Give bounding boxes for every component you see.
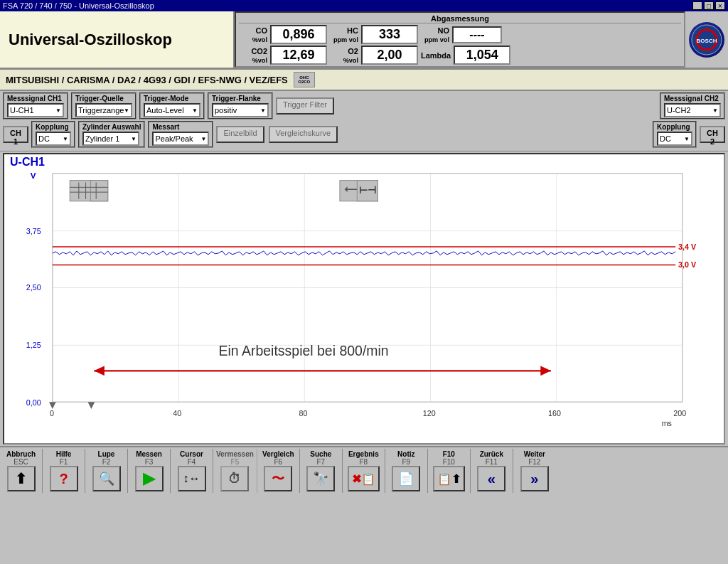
- einzelbild-button[interactable]: Einzelbild: [216, 126, 264, 143]
- zylinder-value: Zylinder 1: [85, 134, 119, 143]
- svg-text:0: 0: [50, 409, 54, 417]
- f10-icon: 📋⬆: [433, 466, 465, 491]
- oscilloscope-display: V 3,75 2,50 1,25 0,00 0 40 80 120 160 20…: [4, 170, 724, 433]
- trigger-flanke-label: Trigger-Flanke: [212, 95, 261, 102]
- vermessen-key: F5: [231, 458, 240, 466]
- controls-row-2: CH 1 Kopplung DC Zylinder Auswahl Zylind…: [3, 121, 725, 148]
- magnify-icon: 🔍: [92, 466, 121, 491]
- vergleich-label: Vergleich: [262, 450, 294, 458]
- window-title: FSA 720 / 740 / 750 - Universal-Oszillos…: [3, 1, 154, 10]
- ch1-button[interactable]: CH 1: [3, 126, 28, 143]
- curve-icon: 〜: [264, 466, 292, 491]
- ergebnis-label: Ergebnis: [348, 450, 379, 458]
- notiz-key: F9: [402, 458, 410, 466]
- lupe-label: Lupe: [98, 450, 115, 458]
- svg-text:0,00: 0,00: [26, 398, 41, 407]
- ch2-button[interactable]: CH 2: [700, 126, 725, 143]
- trigger-flanke-group: Trigger-Flanke positiv: [208, 92, 273, 119]
- toolbar-vermessen[interactable]: Vermessen F5 ⏱: [213, 449, 257, 493]
- messsignal-ch2-group: Messsignal CH2 U-CH2: [660, 92, 725, 119]
- trigger-quelle-group: Trigger-Quelle Triggerzange: [71, 92, 136, 119]
- toolbar-lupe[interactable]: Lupe F2 🔍: [85, 449, 128, 493]
- messart-value: Peak/Peak: [155, 134, 193, 143]
- kopplung-ch1-select[interactable]: DC: [36, 132, 71, 146]
- minimize-button[interactable]: _: [692, 1, 702, 10]
- co-label: CO%vol: [239, 26, 267, 43]
- messsignal-ch2-select[interactable]: U-CH2: [664, 103, 721, 117]
- notiz-icon: 📄: [392, 466, 420, 491]
- toolbar-hilfe[interactable]: Hilfe F1 ?: [43, 449, 85, 493]
- notiz-label: Notiz: [397, 450, 414, 458]
- logo-title: Universal-Oszilloskop: [0, 11, 235, 68]
- title-bar: FSA 720 / 740 / 750 - Universal-Oszillos…: [0, 0, 728, 11]
- toolbar-zuruck[interactable]: Zurück F11 «: [471, 449, 513, 493]
- toolbar-notiz[interactable]: Notiz F9 📄: [385, 449, 428, 493]
- abgas-panel: Abgasmessung CO%vol 0,896 HCppm vol 333 …: [235, 11, 685, 68]
- vergleichskurve-button[interactable]: Vergleichskurve: [269, 126, 338, 143]
- cursor-label: Cursor: [180, 450, 203, 458]
- f10-key: F10: [443, 458, 455, 466]
- kopplung-ch1-group: Kopplung DC: [31, 121, 75, 148]
- messsignal-ch2-label: Messsignal CH2: [664, 95, 719, 102]
- trigger-mode-select[interactable]: Auto-Level: [144, 103, 200, 117]
- vermessen-label: Vermessen: [216, 450, 254, 458]
- kopplung-ch2-group: Kopplung DC: [653, 121, 697, 148]
- svg-text:3,75: 3,75: [26, 227, 41, 235]
- toolbar-vergleich[interactable]: Vergleich F6 〜: [257, 449, 300, 493]
- toolbar-suche[interactable]: Suche F7 🔭: [300, 449, 343, 493]
- zuruck-key: F11: [486, 458, 498, 466]
- f10-label: F10: [443, 450, 455, 458]
- messen-key: F3: [145, 458, 154, 466]
- abgas-section: Universal-Oszilloskop Abgasmessung CO%vo…: [0, 11, 728, 68]
- abbruch-key: ESC: [14, 458, 28, 466]
- esc-icon: ⬆: [7, 466, 36, 491]
- svg-text:BOSCH: BOSCH: [697, 38, 717, 44]
- abbruch-label: Abbruch: [6, 450, 36, 458]
- weiter-label: Weiter: [524, 450, 545, 458]
- messsignal-ch1-label: Messsignal CH1: [7, 95, 62, 102]
- trigger-quelle-select[interactable]: Triggerzange: [75, 103, 132, 117]
- toolbar-ergebnis[interactable]: Ergebnis F8 ✖📋: [343, 449, 385, 493]
- cursor-key: F4: [188, 458, 196, 466]
- abgas-row-2: CO2%vol 12,69 O2%vol 2,00 Lambda 1,054: [239, 46, 681, 65]
- svg-text:40: 40: [173, 409, 181, 417]
- trigger-mode-value: Auto-Level: [146, 106, 184, 115]
- svg-text:3,4 V: 3,4 V: [678, 243, 697, 251]
- trigger-mode-group: Trigger-Mode Auto-Level: [139, 92, 205, 119]
- ergebnis-icon: ✖📋: [348, 466, 380, 491]
- kopplung-ch2-select[interactable]: DC: [657, 132, 692, 146]
- hc-label: HCppm vol: [330, 26, 358, 43]
- back-icon: «: [477, 466, 505, 491]
- messsignal-ch1-group: Messsignal CH1 U-CH1: [3, 92, 68, 119]
- toolbar-messen[interactable]: Messen F3 ▶: [128, 449, 171, 493]
- ergebnis-key: F8: [359, 458, 368, 466]
- o2-label: O2%vol: [330, 47, 358, 64]
- messsignal-ch1-select[interactable]: U-CH1: [7, 103, 64, 117]
- svg-text:V: V: [31, 171, 36, 180]
- toolbar-abbruch[interactable]: Abbruch ESC ⬆: [0, 449, 43, 493]
- zylinder-select[interactable]: Zylinder 1: [82, 132, 139, 146]
- kopplung-ch2-value: DC: [660, 134, 671, 143]
- trigger-filter-button[interactable]: Trigger Filter: [276, 97, 334, 115]
- close-button[interactable]: ×: [715, 1, 725, 10]
- no-value: ----: [452, 26, 502, 43]
- hilfe-label: Hilfe: [56, 450, 72, 458]
- controls-bar: Messsignal CH1 U-CH1 Trigger-Quelle Trig…: [0, 91, 728, 151]
- zuruck-label: Zurück: [480, 450, 503, 458]
- toolbar-weiter[interactable]: Weiter F12 »: [513, 449, 556, 493]
- binoculars-icon: 🔭: [306, 466, 335, 491]
- trigger-flanke-select[interactable]: positiv: [212, 103, 269, 117]
- obd-icon: OHC O2CO: [294, 72, 315, 87]
- messart-select[interactable]: Peak/Peak: [152, 132, 209, 146]
- zylinder-group: Zylinder Auswahl Zylinder 1: [78, 121, 145, 148]
- toolbar-cursor[interactable]: Cursor F4 ↕↔: [171, 449, 213, 493]
- trigger-quelle-label: Trigger-Quelle: [75, 95, 124, 102]
- messen-label: Messen: [136, 450, 162, 458]
- controls-row-1: Messsignal CH1 U-CH1 Trigger-Quelle Trig…: [3, 92, 725, 119]
- abgas-row-1: CO%vol 0,896 HCppm vol 333 NOppm vol ---…: [239, 25, 681, 44]
- maximize-button[interactable]: □: [704, 1, 714, 10]
- app-title: Universal-Oszilloskop: [9, 31, 172, 49]
- forward-icon: »: [520, 466, 549, 491]
- channel-label: U-CH1: [4, 154, 724, 170]
- toolbar-f10[interactable]: F10 F10 📋⬆: [428, 449, 471, 493]
